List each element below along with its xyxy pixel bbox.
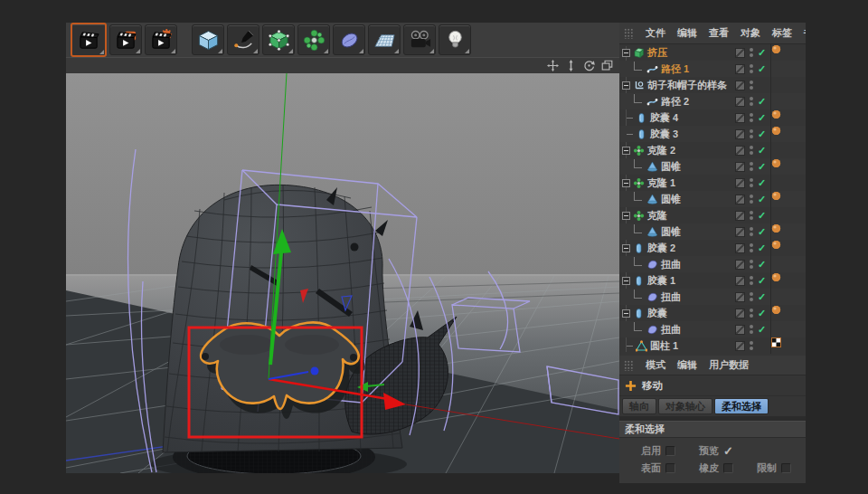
object-label[interactable]: 克隆: [647, 209, 667, 223]
visibility-dots[interactable]: [748, 227, 755, 236]
enabled-checkmark[interactable]: ✓: [755, 259, 769, 271]
tag-column[interactable]: [770, 126, 806, 142]
layer-color-swatch[interactable]: [735, 325, 745, 335]
object-label[interactable]: 胶囊 4: [650, 111, 678, 125]
enabled-checkmark[interactable]: ✓: [755, 226, 769, 238]
object-label[interactable]: 圆柱 1: [650, 339, 678, 353]
tree-row[interactable]: 扭曲✓: [619, 289, 806, 305]
visibility-dots[interactable]: [748, 211, 755, 220]
expander-icon[interactable]: [622, 81, 630, 90]
tab-柔和选择[interactable]: 柔和选择: [714, 398, 769, 414]
render-active-view-button[interactable]: [71, 23, 107, 57]
tree-row[interactable]: 扭曲✓: [619, 256, 806, 272]
expander-icon[interactable]: [622, 179, 630, 187]
tag-column[interactable]: [770, 142, 806, 158]
layer-color-swatch[interactable]: [735, 48, 745, 58]
object-label[interactable]: 克隆 2: [647, 144, 675, 157]
layer-color-swatch[interactable]: [735, 178, 745, 188]
object-label[interactable]: 圆锥: [661, 160, 681, 174]
enabled-checkmark[interactable]: ✓: [755, 291, 769, 303]
gizmo-z-handle[interactable]: [311, 367, 319, 375]
tree-row[interactable]: 圆锥✓: [619, 223, 806, 240]
add-light-button[interactable]: [439, 24, 471, 55]
tag-column[interactable]: [770, 256, 806, 272]
object-label[interactable]: 挤压: [647, 46, 667, 60]
object-label[interactable]: 圆锥: [661, 193, 681, 206]
tree-row[interactable]: 圆锥✓: [619, 158, 806, 175]
add-generator-button[interactable]: [262, 24, 295, 55]
layer-color-swatch[interactable]: [735, 162, 745, 172]
om-menu-2[interactable]: 编辑: [677, 26, 697, 40]
layer-color-swatch[interactable]: [735, 129, 745, 139]
zoom-view-icon[interactable]: [565, 60, 577, 71]
om-menu-1[interactable]: 文件: [646, 26, 665, 40]
visibility-dots[interactable]: [748, 162, 755, 171]
toggle-view-icon[interactable]: [601, 60, 613, 71]
visibility-dots[interactable]: [748, 276, 755, 285]
visibility-dots[interactable]: [748, 113, 755, 122]
tag-column[interactable]: [770, 191, 806, 207]
object-label[interactable]: 路径 2: [661, 95, 689, 109]
visibility-dots[interactable]: [748, 129, 755, 138]
tree-row[interactable]: 圆柱 1: [619, 337, 806, 354]
soft-selection-header[interactable]: 柔和选择: [619, 421, 806, 438]
layer-color-swatch[interactable]: [735, 81, 745, 90]
expander-icon[interactable]: [622, 147, 630, 155]
add-floor-environment-button[interactable]: [368, 24, 401, 55]
om-menu-3[interactable]: 查看: [709, 26, 729, 40]
tag-column[interactable]: [770, 44, 806, 61]
visibility-dots[interactable]: [748, 292, 755, 301]
object-label[interactable]: 克隆 1: [647, 176, 675, 190]
checkbox[interactable]: [781, 463, 791, 473]
object-label[interactable]: 扭曲: [661, 258, 681, 271]
tag-column[interactable]: [770, 61, 806, 77]
visibility-dots[interactable]: [748, 48, 755, 57]
tag-column[interactable]: [770, 158, 806, 175]
layer-color-swatch[interactable]: [735, 341, 745, 351]
checkbox-checked[interactable]: ✓: [723, 446, 733, 456]
panel-grip-icon[interactable]: [624, 360, 634, 371]
enabled-checkmark[interactable]: ✓: [755, 128, 769, 140]
tab-轴向[interactable]: 轴向: [622, 398, 656, 414]
add-deformer-button[interactable]: [333, 24, 365, 55]
tag-column[interactable]: [770, 207, 806, 223]
visibility-dots[interactable]: [748, 243, 755, 252]
visibility-dots[interactable]: [748, 195, 755, 204]
tree-row[interactable]: 胶囊 4✓: [619, 109, 806, 126]
viewport-canvas[interactable]: [66, 73, 619, 473]
object-label[interactable]: 扭曲: [661, 323, 681, 337]
render-settings-button[interactable]: [145, 24, 177, 55]
expander-icon[interactable]: [622, 212, 630, 220]
visibility-dots[interactable]: [748, 178, 755, 187]
tree-row[interactable]: 胶囊 1✓: [619, 272, 806, 289]
visibility-dots[interactable]: [748, 81, 755, 90]
enabled-checkmark[interactable]: ✓: [755, 177, 769, 189]
layer-color-swatch[interactable]: [735, 227, 745, 237]
tree-row[interactable]: 胶囊✓: [619, 305, 806, 321]
viewport[interactable]: [66, 73, 619, 473]
object-label[interactable]: 胶囊 1: [647, 274, 675, 288]
layer-color-swatch[interactable]: [735, 97, 745, 107]
tag-column[interactable]: [770, 272, 806, 289]
enabled-checkmark[interactable]: ✓: [755, 112, 769, 124]
expander-icon[interactable]: [622, 244, 630, 252]
tree-row[interactable]: 圆锥✓: [619, 191, 806, 207]
expander-icon[interactable]: [622, 309, 630, 318]
visibility-dots[interactable]: [748, 260, 755, 269]
om-menu-5[interactable]: 标签: [772, 26, 792, 40]
enabled-checkmark[interactable]: ✓: [755, 275, 769, 287]
object-label[interactable]: 扭曲: [661, 290, 681, 304]
tag-column[interactable]: [770, 77, 806, 93]
tag-column[interactable]: [770, 321, 806, 337]
enabled-checkmark[interactable]: ✓: [755, 63, 769, 75]
enabled-checkmark[interactable]: ✓: [755, 161, 769, 173]
checkbox[interactable]: [665, 463, 675, 473]
tab-对象轴心[interactable]: 对象轴心: [658, 398, 712, 414]
am-menu-3[interactable]: 用户数据: [709, 358, 749, 372]
expander-icon[interactable]: [622, 49, 630, 57]
tree-row[interactable]: 胡子和帽子的样条: [619, 77, 806, 93]
enabled-checkmark[interactable]: ✓: [755, 47, 769, 59]
enabled-checkmark[interactable]: ✓: [755, 194, 769, 205]
enabled-checkmark[interactable]: ✓: [755, 210, 769, 222]
enabled-checkmark[interactable]: ✓: [755, 308, 769, 319]
